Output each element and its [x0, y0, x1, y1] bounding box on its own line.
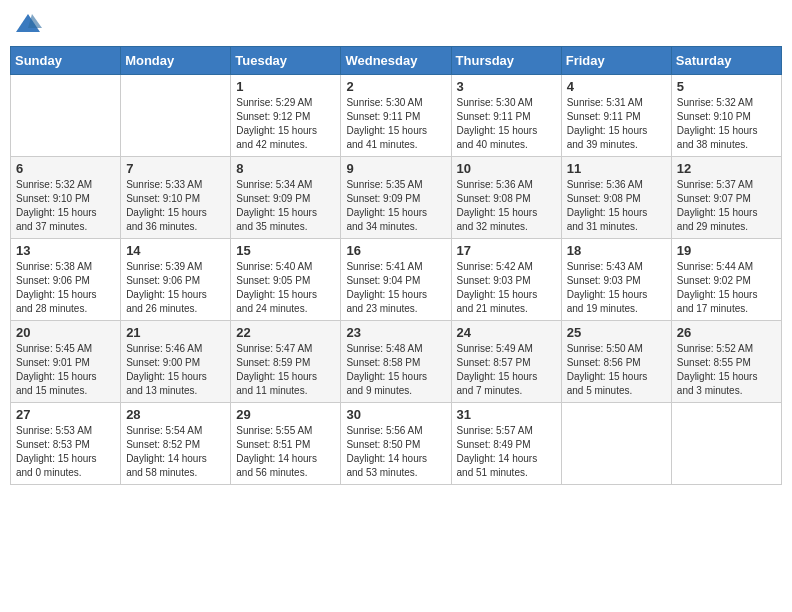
day-number: 26	[677, 325, 776, 340]
calendar-table: SundayMondayTuesdayWednesdayThursdayFrid…	[10, 46, 782, 485]
calendar-cell: 1Sunrise: 5:29 AM Sunset: 9:12 PM Daylig…	[231, 75, 341, 157]
day-detail: Sunrise: 5:49 AM Sunset: 8:57 PM Dayligh…	[457, 342, 556, 398]
calendar-cell: 4Sunrise: 5:31 AM Sunset: 9:11 PM Daylig…	[561, 75, 671, 157]
day-number: 5	[677, 79, 776, 94]
logo-icon	[14, 10, 42, 38]
day-detail: Sunrise: 5:54 AM Sunset: 8:52 PM Dayligh…	[126, 424, 225, 480]
day-detail: Sunrise: 5:47 AM Sunset: 8:59 PM Dayligh…	[236, 342, 335, 398]
calendar-cell: 18Sunrise: 5:43 AM Sunset: 9:03 PM Dayli…	[561, 239, 671, 321]
calendar-cell: 6Sunrise: 5:32 AM Sunset: 9:10 PM Daylig…	[11, 157, 121, 239]
calendar-body: 1Sunrise: 5:29 AM Sunset: 9:12 PM Daylig…	[11, 75, 782, 485]
day-detail: Sunrise: 5:38 AM Sunset: 9:06 PM Dayligh…	[16, 260, 115, 316]
calendar-cell: 2Sunrise: 5:30 AM Sunset: 9:11 PM Daylig…	[341, 75, 451, 157]
day-number: 21	[126, 325, 225, 340]
calendar-cell: 24Sunrise: 5:49 AM Sunset: 8:57 PM Dayli…	[451, 321, 561, 403]
calendar-cell: 28Sunrise: 5:54 AM Sunset: 8:52 PM Dayli…	[121, 403, 231, 485]
calendar-cell: 7Sunrise: 5:33 AM Sunset: 9:10 PM Daylig…	[121, 157, 231, 239]
calendar-cell: 19Sunrise: 5:44 AM Sunset: 9:02 PM Dayli…	[671, 239, 781, 321]
day-number: 2	[346, 79, 445, 94]
day-detail: Sunrise: 5:37 AM Sunset: 9:07 PM Dayligh…	[677, 178, 776, 234]
day-number: 11	[567, 161, 666, 176]
calendar-header: SundayMondayTuesdayWednesdayThursdayFrid…	[11, 47, 782, 75]
day-number: 8	[236, 161, 335, 176]
calendar-cell: 25Sunrise: 5:50 AM Sunset: 8:56 PM Dayli…	[561, 321, 671, 403]
day-detail: Sunrise: 5:36 AM Sunset: 9:08 PM Dayligh…	[457, 178, 556, 234]
week-row-4: 20Sunrise: 5:45 AM Sunset: 9:01 PM Dayli…	[11, 321, 782, 403]
calendar-cell: 20Sunrise: 5:45 AM Sunset: 9:01 PM Dayli…	[11, 321, 121, 403]
day-detail: Sunrise: 5:55 AM Sunset: 8:51 PM Dayligh…	[236, 424, 335, 480]
day-detail: Sunrise: 5:31 AM Sunset: 9:11 PM Dayligh…	[567, 96, 666, 152]
calendar-cell: 23Sunrise: 5:48 AM Sunset: 8:58 PM Dayli…	[341, 321, 451, 403]
day-detail: Sunrise: 5:32 AM Sunset: 9:10 PM Dayligh…	[677, 96, 776, 152]
calendar-cell	[11, 75, 121, 157]
day-number: 6	[16, 161, 115, 176]
calendar-cell: 11Sunrise: 5:36 AM Sunset: 9:08 PM Dayli…	[561, 157, 671, 239]
day-number: 17	[457, 243, 556, 258]
calendar-cell	[671, 403, 781, 485]
day-number: 12	[677, 161, 776, 176]
calendar-cell: 21Sunrise: 5:46 AM Sunset: 9:00 PM Dayli…	[121, 321, 231, 403]
day-detail: Sunrise: 5:39 AM Sunset: 9:06 PM Dayligh…	[126, 260, 225, 316]
week-row-5: 27Sunrise: 5:53 AM Sunset: 8:53 PM Dayli…	[11, 403, 782, 485]
day-detail: Sunrise: 5:57 AM Sunset: 8:49 PM Dayligh…	[457, 424, 556, 480]
day-detail: Sunrise: 5:30 AM Sunset: 9:11 PM Dayligh…	[346, 96, 445, 152]
calendar-cell: 30Sunrise: 5:56 AM Sunset: 8:50 PM Dayli…	[341, 403, 451, 485]
day-number: 20	[16, 325, 115, 340]
page-header	[10, 10, 782, 38]
day-detail: Sunrise: 5:42 AM Sunset: 9:03 PM Dayligh…	[457, 260, 556, 316]
weekday-saturday: Saturday	[671, 47, 781, 75]
day-detail: Sunrise: 5:32 AM Sunset: 9:10 PM Dayligh…	[16, 178, 115, 234]
calendar-cell: 10Sunrise: 5:36 AM Sunset: 9:08 PM Dayli…	[451, 157, 561, 239]
calendar-cell: 5Sunrise: 5:32 AM Sunset: 9:10 PM Daylig…	[671, 75, 781, 157]
day-number: 22	[236, 325, 335, 340]
calendar-cell: 17Sunrise: 5:42 AM Sunset: 9:03 PM Dayli…	[451, 239, 561, 321]
calendar-cell: 14Sunrise: 5:39 AM Sunset: 9:06 PM Dayli…	[121, 239, 231, 321]
day-number: 14	[126, 243, 225, 258]
calendar-cell: 8Sunrise: 5:34 AM Sunset: 9:09 PM Daylig…	[231, 157, 341, 239]
day-number: 9	[346, 161, 445, 176]
day-detail: Sunrise: 5:30 AM Sunset: 9:11 PM Dayligh…	[457, 96, 556, 152]
weekday-wednesday: Wednesday	[341, 47, 451, 75]
calendar-cell: 31Sunrise: 5:57 AM Sunset: 8:49 PM Dayli…	[451, 403, 561, 485]
day-number: 23	[346, 325, 445, 340]
day-detail: Sunrise: 5:52 AM Sunset: 8:55 PM Dayligh…	[677, 342, 776, 398]
calendar-cell: 13Sunrise: 5:38 AM Sunset: 9:06 PM Dayli…	[11, 239, 121, 321]
day-number: 13	[16, 243, 115, 258]
weekday-tuesday: Tuesday	[231, 47, 341, 75]
day-number: 27	[16, 407, 115, 422]
day-detail: Sunrise: 5:34 AM Sunset: 9:09 PM Dayligh…	[236, 178, 335, 234]
calendar-cell	[121, 75, 231, 157]
day-number: 19	[677, 243, 776, 258]
day-detail: Sunrise: 5:46 AM Sunset: 9:00 PM Dayligh…	[126, 342, 225, 398]
weekday-thursday: Thursday	[451, 47, 561, 75]
calendar-cell: 9Sunrise: 5:35 AM Sunset: 9:09 PM Daylig…	[341, 157, 451, 239]
calendar-cell: 29Sunrise: 5:55 AM Sunset: 8:51 PM Dayli…	[231, 403, 341, 485]
week-row-3: 13Sunrise: 5:38 AM Sunset: 9:06 PM Dayli…	[11, 239, 782, 321]
day-detail: Sunrise: 5:48 AM Sunset: 8:58 PM Dayligh…	[346, 342, 445, 398]
day-detail: Sunrise: 5:33 AM Sunset: 9:10 PM Dayligh…	[126, 178, 225, 234]
calendar-cell: 12Sunrise: 5:37 AM Sunset: 9:07 PM Dayli…	[671, 157, 781, 239]
day-number: 29	[236, 407, 335, 422]
day-number: 7	[126, 161, 225, 176]
day-number: 10	[457, 161, 556, 176]
calendar-cell: 27Sunrise: 5:53 AM Sunset: 8:53 PM Dayli…	[11, 403, 121, 485]
week-row-1: 1Sunrise: 5:29 AM Sunset: 9:12 PM Daylig…	[11, 75, 782, 157]
day-number: 24	[457, 325, 556, 340]
day-detail: Sunrise: 5:36 AM Sunset: 9:08 PM Dayligh…	[567, 178, 666, 234]
day-detail: Sunrise: 5:53 AM Sunset: 8:53 PM Dayligh…	[16, 424, 115, 480]
calendar-cell: 16Sunrise: 5:41 AM Sunset: 9:04 PM Dayli…	[341, 239, 451, 321]
weekday-row: SundayMondayTuesdayWednesdayThursdayFrid…	[11, 47, 782, 75]
day-detail: Sunrise: 5:35 AM Sunset: 9:09 PM Dayligh…	[346, 178, 445, 234]
week-row-2: 6Sunrise: 5:32 AM Sunset: 9:10 PM Daylig…	[11, 157, 782, 239]
day-number: 1	[236, 79, 335, 94]
day-number: 31	[457, 407, 556, 422]
calendar-cell: 15Sunrise: 5:40 AM Sunset: 9:05 PM Dayli…	[231, 239, 341, 321]
day-number: 18	[567, 243, 666, 258]
day-number: 28	[126, 407, 225, 422]
weekday-friday: Friday	[561, 47, 671, 75]
day-detail: Sunrise: 5:45 AM Sunset: 9:01 PM Dayligh…	[16, 342, 115, 398]
day-number: 30	[346, 407, 445, 422]
calendar-cell	[561, 403, 671, 485]
logo	[14, 10, 46, 38]
day-detail: Sunrise: 5:56 AM Sunset: 8:50 PM Dayligh…	[346, 424, 445, 480]
